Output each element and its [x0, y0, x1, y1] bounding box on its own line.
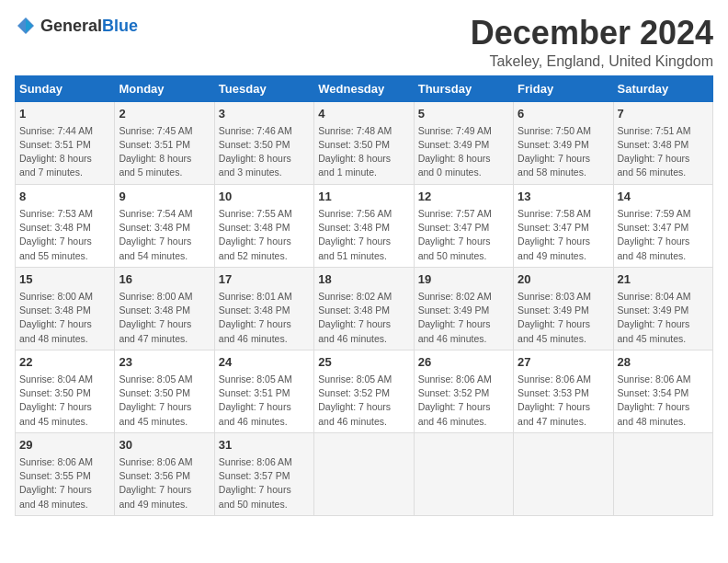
logo-blue: Blue	[102, 17, 138, 36]
day-number: 5	[418, 106, 509, 122]
logo: General Blue	[15, 15, 138, 37]
calendar-cell: 12Sunrise: 7:57 AM Sunset: 3:47 PM Dayli…	[414, 184, 513, 267]
page-subtitle: Takeley, England, United Kingdom	[471, 53, 713, 70]
calendar-cell: 22Sunrise: 8:04 AM Sunset: 3:50 PM Dayli…	[16, 350, 115, 432]
calendar-cell: 30Sunrise: 8:06 AM Sunset: 3:56 PM Dayli…	[115, 432, 214, 515]
day-info: Sunrise: 7:59 AM Sunset: 3:47 PM Dayligh…	[618, 207, 709, 263]
day-number: 21	[618, 271, 709, 288]
calendar-cell: 8Sunrise: 7:53 AM Sunset: 3:48 PM Daylig…	[16, 184, 115, 267]
header-day-wednesday: Wednesday	[314, 75, 414, 101]
day-number: 26	[418, 354, 509, 371]
calendar-cell: 5Sunrise: 7:49 AM Sunset: 3:49 PM Daylig…	[414, 101, 513, 184]
calendar-cell	[514, 432, 613, 515]
day-info: Sunrise: 7:54 AM Sunset: 3:48 PM Dayligh…	[119, 207, 210, 263]
day-info: Sunrise: 7:45 AM Sunset: 3:51 PM Dayligh…	[119, 124, 210, 180]
day-info: Sunrise: 7:57 AM Sunset: 3:47 PM Dayligh…	[418, 207, 509, 263]
calendar-cell	[613, 432, 712, 515]
page-title: December 2024	[471, 15, 713, 52]
calendar-cell: 24Sunrise: 8:05 AM Sunset: 3:51 PM Dayli…	[214, 350, 313, 432]
day-info: Sunrise: 8:06 AM Sunset: 3:55 PM Dayligh…	[19, 455, 110, 511]
calendar-cell: 25Sunrise: 8:05 AM Sunset: 3:52 PM Dayli…	[314, 350, 414, 432]
calendar-table: SundayMondayTuesdayWednesdayThursdayFrid…	[15, 75, 713, 516]
day-number: 31	[219, 437, 310, 454]
day-number: 30	[119, 437, 210, 454]
calendar-week-row: 15Sunrise: 8:00 AM Sunset: 3:48 PM Dayli…	[16, 267, 713, 350]
day-info: Sunrise: 8:06 AM Sunset: 3:52 PM Dayligh…	[418, 373, 509, 429]
day-info: Sunrise: 8:01 AM Sunset: 3:48 PM Dayligh…	[219, 290, 310, 346]
calendar-cell: 27Sunrise: 8:06 AM Sunset: 3:53 PM Dayli…	[514, 350, 613, 432]
day-number: 11	[318, 189, 409, 205]
calendar-cell: 23Sunrise: 8:05 AM Sunset: 3:50 PM Dayli…	[115, 350, 214, 432]
day-number: 17	[219, 271, 310, 288]
day-info: Sunrise: 8:00 AM Sunset: 3:48 PM Dayligh…	[19, 290, 110, 346]
day-number: 2	[119, 106, 210, 122]
calendar-cell: 29Sunrise: 8:06 AM Sunset: 3:55 PM Dayli…	[16, 432, 115, 515]
calendar-cell	[414, 432, 513, 515]
calendar-cell: 13Sunrise: 7:58 AM Sunset: 3:47 PM Dayli…	[514, 184, 613, 267]
day-number: 29	[19, 437, 110, 454]
calendar-week-row: 22Sunrise: 8:04 AM Sunset: 3:50 PM Dayli…	[16, 350, 713, 432]
header-row: SundayMondayTuesdayWednesdayThursdayFrid…	[16, 75, 713, 101]
day-info: Sunrise: 7:48 AM Sunset: 3:50 PM Dayligh…	[318, 124, 409, 180]
day-number: 8	[19, 189, 110, 205]
calendar-cell: 31Sunrise: 8:06 AM Sunset: 3:57 PM Dayli…	[214, 432, 313, 515]
day-info: Sunrise: 8:02 AM Sunset: 3:49 PM Dayligh…	[418, 290, 509, 346]
calendar-cell: 15Sunrise: 8:00 AM Sunset: 3:48 PM Dayli…	[16, 267, 115, 350]
day-number: 25	[318, 354, 409, 371]
day-number: 1	[19, 106, 110, 122]
day-info: Sunrise: 8:03 AM Sunset: 3:49 PM Dayligh…	[518, 290, 609, 346]
day-number: 10	[219, 189, 310, 205]
header-day-friday: Friday	[514, 75, 613, 101]
day-info: Sunrise: 8:06 AM Sunset: 3:57 PM Dayligh…	[219, 455, 310, 511]
day-info: Sunrise: 7:58 AM Sunset: 3:47 PM Dayligh…	[518, 207, 609, 263]
logo-icon	[15, 15, 37, 37]
calendar-cell: 10Sunrise: 7:55 AM Sunset: 3:48 PM Dayli…	[214, 184, 313, 267]
calendar-cell: 18Sunrise: 8:02 AM Sunset: 3:48 PM Dayli…	[314, 267, 414, 350]
day-number: 4	[318, 106, 409, 122]
calendar-cell: 28Sunrise: 8:06 AM Sunset: 3:54 PM Dayli…	[613, 350, 712, 432]
day-number: 15	[19, 271, 110, 288]
day-number: 18	[318, 271, 409, 288]
header-day-sunday: Sunday	[16, 75, 115, 101]
calendar-body: 1Sunrise: 7:44 AM Sunset: 3:51 PM Daylig…	[16, 101, 713, 515]
calendar-cell: 16Sunrise: 8:00 AM Sunset: 3:48 PM Dayli…	[115, 267, 214, 350]
day-number: 14	[618, 189, 709, 205]
calendar-cell: 7Sunrise: 7:51 AM Sunset: 3:48 PM Daylig…	[613, 101, 712, 184]
day-number: 20	[518, 271, 609, 288]
day-info: Sunrise: 7:49 AM Sunset: 3:49 PM Dayligh…	[418, 124, 509, 180]
calendar-week-row: 8Sunrise: 7:53 AM Sunset: 3:48 PM Daylig…	[16, 184, 713, 267]
calendar-cell: 21Sunrise: 8:04 AM Sunset: 3:49 PM Dayli…	[613, 267, 712, 350]
calendar-cell: 26Sunrise: 8:06 AM Sunset: 3:52 PM Dayli…	[414, 350, 513, 432]
day-info: Sunrise: 8:02 AM Sunset: 3:48 PM Dayligh…	[318, 290, 409, 346]
day-info: Sunrise: 8:06 AM Sunset: 3:54 PM Dayligh…	[618, 373, 709, 429]
day-number: 28	[618, 354, 709, 371]
day-info: Sunrise: 8:00 AM Sunset: 3:48 PM Dayligh…	[119, 290, 210, 346]
day-info: Sunrise: 8:05 AM Sunset: 3:51 PM Dayligh…	[219, 373, 310, 429]
day-number: 12	[418, 189, 509, 205]
day-info: Sunrise: 7:56 AM Sunset: 3:48 PM Dayligh…	[318, 207, 409, 263]
day-number: 19	[418, 271, 509, 288]
day-info: Sunrise: 7:51 AM Sunset: 3:48 PM Dayligh…	[618, 124, 709, 180]
day-number: 13	[518, 189, 609, 205]
day-number: 24	[219, 354, 310, 371]
day-number: 3	[219, 106, 310, 122]
calendar-week-row: 29Sunrise: 8:06 AM Sunset: 3:55 PM Dayli…	[16, 432, 713, 515]
calendar-cell: 9Sunrise: 7:54 AM Sunset: 3:48 PM Daylig…	[115, 184, 214, 267]
calendar-cell: 6Sunrise: 7:50 AM Sunset: 3:49 PM Daylig…	[514, 101, 613, 184]
calendar-cell: 4Sunrise: 7:48 AM Sunset: 3:50 PM Daylig…	[314, 101, 414, 184]
day-info: Sunrise: 7:44 AM Sunset: 3:51 PM Dayligh…	[19, 124, 110, 180]
calendar-cell: 2Sunrise: 7:45 AM Sunset: 3:51 PM Daylig…	[115, 101, 214, 184]
day-info: Sunrise: 8:06 AM Sunset: 3:56 PM Dayligh…	[119, 455, 210, 511]
day-number: 16	[119, 271, 210, 288]
header-day-monday: Monday	[115, 75, 214, 101]
calendar-cell: 17Sunrise: 8:01 AM Sunset: 3:48 PM Dayli…	[214, 267, 313, 350]
calendar-cell: 11Sunrise: 7:56 AM Sunset: 3:48 PM Dayli…	[314, 184, 414, 267]
calendar-week-row: 1Sunrise: 7:44 AM Sunset: 3:51 PM Daylig…	[16, 101, 713, 184]
day-number: 27	[518, 354, 609, 371]
day-number: 22	[19, 354, 110, 371]
title-area: December 2024 Takeley, England, United K…	[471, 15, 713, 70]
logo-general: General	[40, 17, 102, 36]
day-number: 23	[119, 354, 210, 371]
day-number: 7	[618, 106, 709, 122]
calendar-cell: 1Sunrise: 7:44 AM Sunset: 3:51 PM Daylig…	[16, 101, 115, 184]
